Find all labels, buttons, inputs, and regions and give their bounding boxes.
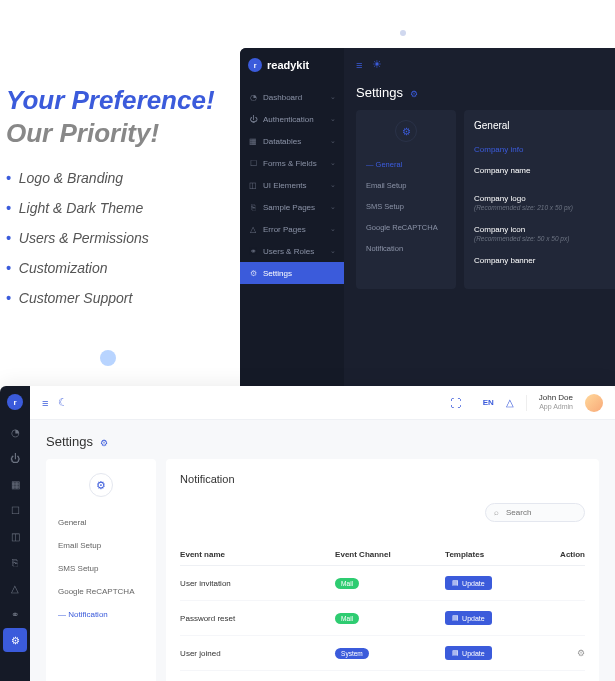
cell-event-channel: System <box>335 648 445 659</box>
subnav-item[interactable]: SMS Setup <box>46 557 156 580</box>
error-pages-icon: △ <box>248 224 258 234</box>
page-title-text: Settings <box>46 434 93 449</box>
sidebar-item-settings[interactable]: ⚙Settings <box>240 262 344 284</box>
channel-badge: System <box>335 648 369 659</box>
sidebar-item-dashboard[interactable]: ◔ <box>3 420 27 444</box>
theme-toggle-icon[interactable]: ☾ <box>58 396 68 409</box>
gear-icon: ⚙ <box>89 473 113 497</box>
settings-subnav-panel: ⚙ — GeneralEmail SetupSMS SetupGoogle Re… <box>356 110 456 289</box>
page-title: Settings ⚙ <box>344 81 615 110</box>
feature-item: Light & Dark Theme <box>6 200 149 216</box>
sidebar-item-error-pages[interactable]: △Error Pages⌄ <box>240 218 344 240</box>
language-selector[interactable]: EN <box>483 398 494 407</box>
dark-main: ≡ ☀ Settings ⚙ ⚙ — GeneralEmail SetupSMS… <box>344 48 615 386</box>
subnav-item[interactable]: Email Setup <box>46 534 156 557</box>
table-row: User joined System ▤ Update ⚙ <box>180 636 585 671</box>
subnav-item[interactable]: Notification <box>356 238 456 259</box>
sidebar-item-errors[interactable]: △ <box>3 576 27 600</box>
feature-item: Users & Permissions <box>6 230 149 246</box>
divider <box>526 395 527 411</box>
sidebar-item-ui-elements[interactable]: ◫UI Elements⌄ <box>240 174 344 196</box>
chevron-down-icon: ⌄ <box>330 225 336 233</box>
col-event-channel: Event Channel <box>335 550 445 559</box>
sidebar-item-pages[interactable]: ⎘ <box>3 550 27 574</box>
sidebar-item-dashboard[interactable]: ◔Dashboard⌄ <box>240 86 344 108</box>
update-button[interactable]: ▤ Update <box>445 576 492 590</box>
user-role: App Admin <box>539 403 573 411</box>
feature-list: Logo & Branding Light & Dark Theme Users… <box>6 170 149 320</box>
notifications-icon[interactable]: △ <box>506 397 514 408</box>
menu-toggle-icon[interactable]: ≡ <box>42 397 48 409</box>
chevron-down-icon: ⌄ <box>330 93 336 101</box>
forms-fields-icon: ☐ <box>248 158 258 168</box>
table-row: Password reset Mail ▤ Update <box>180 601 585 636</box>
chevron-down-icon: ⌄ <box>330 247 336 255</box>
subnav-item[interactable]: SMS Setup <box>356 196 456 217</box>
subnav-item[interactable]: Google ReCAPTCHA <box>46 580 156 603</box>
title-gear-icon[interactable]: ⚙ <box>100 438 108 448</box>
field-label: Company banner <box>474 256 615 265</box>
col-templates: Templates <box>445 550 560 559</box>
subnav-item[interactable]: — Notification <box>46 603 156 626</box>
light-topbar: ≡ ☾ ⛶ EN △ John Doe App Admin <box>30 386 615 420</box>
company-info-link[interactable]: Company info <box>474 145 615 154</box>
sidebar-item-ui[interactable]: ◫ <box>3 524 27 548</box>
fullscreen-icon[interactable]: ⛶ <box>450 397 461 409</box>
cell-templates: ▤ Update <box>445 611 560 625</box>
dashboard-icon: ◔ <box>248 92 258 102</box>
update-button[interactable]: ▤ Update <box>445 646 492 660</box>
theme-toggle-icon[interactable]: ☀ <box>372 58 382 71</box>
company-name-field: Company name Readyk <box>474 166 615 180</box>
subnav-item[interactable]: — General <box>356 154 456 175</box>
title-gear-icon[interactable]: ⚙ <box>410 89 418 99</box>
panel-heading: Notification <box>180 473 585 485</box>
datatables-icon: ▦ <box>248 136 258 146</box>
table-row: User invitation Mail ▤ Update <box>180 566 585 601</box>
subnav-item[interactable]: General <box>46 511 156 534</box>
user-name: John Doe <box>539 394 573 403</box>
dark-nav: ◔Dashboard⌄⏻Authentication⌄▦Datatables⌄☐… <box>240 82 344 288</box>
sidebar-item-forms-fields[interactable]: ☐Forms & Fields⌄ <box>240 152 344 174</box>
sidebar-item-auth[interactable]: ⏻ <box>3 446 27 470</box>
sidebar-item-datatables[interactable]: ▦Datatables⌄ <box>240 130 344 152</box>
search-input[interactable] <box>485 503 585 522</box>
menu-toggle-icon[interactable]: ≡ <box>356 59 362 71</box>
page-title-text: Settings <box>356 85 403 100</box>
cell-templates: ▤ Update <box>445 576 560 590</box>
ui-elements-icon: ◫ <box>248 180 258 190</box>
hero-line1: Your Preference! <box>6 85 215 116</box>
user-menu[interactable]: John Doe App Admin <box>539 394 573 410</box>
avatar[interactable] <box>585 394 603 412</box>
cell-templates: ▤ Update <box>445 646 560 660</box>
cell-event-name: Password reset <box>180 614 335 623</box>
subnav-item[interactable]: Google ReCAPTCHA <box>356 217 456 238</box>
brand-logo[interactable]: r readykit <box>240 48 344 82</box>
brand-name: readykit <box>267 59 309 71</box>
sidebar-item-users[interactable]: ⚭ <box>3 602 27 626</box>
sidebar-item-datatables[interactable]: ▦ <box>3 472 27 496</box>
subnav-item[interactable]: Email Setup <box>356 175 456 196</box>
field-label: Company name <box>474 166 615 175</box>
cell-event-channel: Mail <box>335 613 445 624</box>
sidebar-item-users-roles[interactable]: ⚭Users & Roles⌄ <box>240 240 344 262</box>
row-action-gear-icon[interactable]: ⚙ <box>577 648 585 658</box>
light-panels: ⚙ GeneralEmail SetupSMS SetupGoogle ReCA… <box>30 459 615 681</box>
feature-item: Logo & Branding <box>6 170 149 186</box>
field-label: Company logo <box>474 194 615 203</box>
sidebar-item-settings[interactable]: ⚙ <box>3 628 27 652</box>
nav-label: Settings <box>263 269 292 278</box>
field-label: Company icon <box>474 225 615 234</box>
light-sidebar: r ◔ ⏻ ▦ ☐ ◫ ⎘ △ ⚭ ⚙ <box>0 386 30 681</box>
users-roles-icon: ⚭ <box>248 246 258 256</box>
sidebar-item-forms[interactable]: ☐ <box>3 498 27 522</box>
light-main: ≡ ☾ ⛶ EN △ John Doe App Admin Settings ⚙… <box>30 386 615 681</box>
sidebar-item-sample-pages[interactable]: ⎘Sample Pages⌄ <box>240 196 344 218</box>
brand-badge-icon[interactable]: r <box>7 394 23 410</box>
cell-event-name: User joined <box>180 649 335 658</box>
sidebar-item-authentication[interactable]: ⏻Authentication⌄ <box>240 108 344 130</box>
update-button[interactable]: ▤ Update <box>445 611 492 625</box>
feature-item: Customer Support <box>6 290 149 306</box>
field-hint: (Recommended size: 210 x 50 px) <box>474 204 615 211</box>
brand-badge-icon: r <box>248 58 262 72</box>
decorative-dot <box>100 350 116 366</box>
